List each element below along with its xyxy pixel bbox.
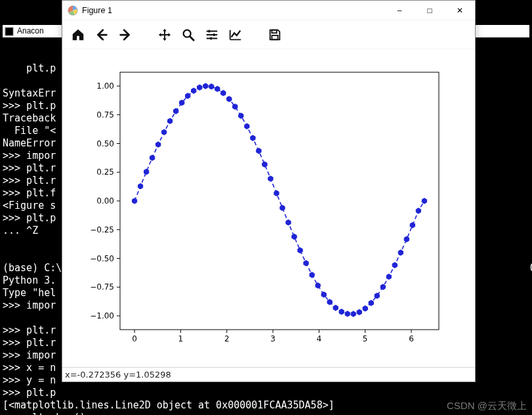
svg-rect-7: [272, 35, 277, 39]
watermark-text: CSDN @云天徵上: [447, 400, 527, 412]
axes-edit-button[interactable]: [224, 23, 247, 47]
svg-text:1.00: 1.00: [96, 81, 114, 91]
zoom-icon: [181, 28, 195, 42]
plot-area[interactable]: 0123456−1.00−0.75−0.50−0.250.000.250.500…: [62, 49, 475, 367]
sliders-icon: [205, 28, 219, 42]
svg-text:−1.00: −1.00: [90, 311, 114, 320]
cursor-coords: x=-0.272356 y=1.05298: [65, 370, 171, 380]
figure-window: Figure 1 – □ ✕: [62, 0, 476, 382]
svg-text:0.75: 0.75: [96, 110, 114, 120]
svg-text:2: 2: [224, 334, 230, 343]
svg-text:3: 3: [270, 334, 276, 343]
minimize-button[interactable]: –: [384, 1, 415, 20]
home-icon: [71, 28, 85, 42]
svg-text:1: 1: [178, 334, 184, 343]
line-chart-icon: [228, 28, 243, 42]
pan-button[interactable]: [153, 23, 176, 47]
figure-titlebar: Figure 1 – □ ✕: [62, 1, 475, 20]
figure-title: Figure 1: [82, 6, 384, 15]
save-button[interactable]: [263, 23, 287, 47]
svg-text:−0.50: −0.50: [90, 254, 114, 263]
back-button[interactable]: [90, 23, 113, 47]
arrow-right-icon: [118, 28, 133, 42]
svg-text:0.50: 0.50: [96, 139, 114, 148]
zoom-button[interactable]: [176, 23, 200, 47]
svg-rect-0: [5, 28, 13, 35]
pan-icon: [157, 28, 172, 42]
svg-text:0.00: 0.00: [96, 196, 114, 206]
maximize-button[interactable]: □: [415, 1, 445, 20]
status-bar: x=-0.272356 y=1.05298: [62, 367, 475, 382]
svg-rect-5: [210, 37, 212, 39]
home-button[interactable]: [66, 23, 90, 47]
matplotlib-icon: [68, 5, 78, 16]
save-icon: [268, 28, 282, 42]
close-button[interactable]: ✕: [445, 1, 475, 20]
svg-text:0.25: 0.25: [96, 167, 114, 177]
figure-toolbar: [62, 20, 475, 49]
svg-text:0: 0: [132, 334, 137, 343]
forward-button[interactable]: [113, 23, 137, 47]
arrow-left-icon: [94, 28, 109, 42]
svg-text:5: 5: [363, 334, 368, 343]
svg-rect-3: [209, 30, 211, 32]
svg-text:−0.75: −0.75: [90, 282, 114, 292]
svg-text:6: 6: [409, 334, 414, 343]
svg-rect-6: [272, 30, 276, 33]
terminal-app-icon: [5, 27, 14, 36]
svg-text:4: 4: [317, 334, 322, 343]
plot-canvas: 0123456−1.00−0.75−0.50−0.250.000.250.500…: [62, 49, 475, 368]
svg-text:−0.25: −0.25: [90, 225, 114, 234]
terminal-title: Anacon: [17, 25, 44, 37]
subplots-button[interactable]: [200, 23, 224, 47]
svg-rect-4: [213, 33, 215, 36]
svg-rect-8: [120, 72, 439, 330]
